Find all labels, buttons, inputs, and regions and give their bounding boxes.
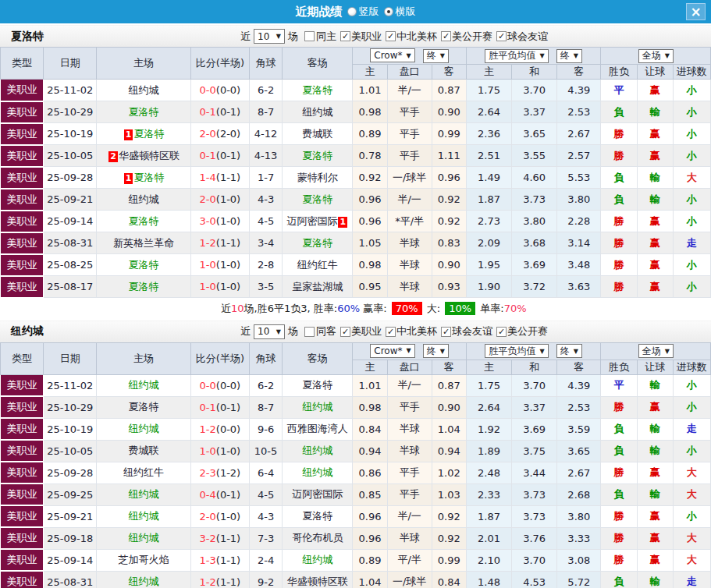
avg-final-select[interactable]: 终▼ [556,49,582,63]
league-checkbox[interactable] [441,327,451,337]
team-section: 纽约城 近 10 ▼ 场 同客 美职业 中北美杯 球会友谊 美公开赛 [0,321,711,588]
col-header-date: 日期 [44,342,97,374]
away-team: 费城联 [302,128,332,140]
league-checkbox[interactable] [340,31,350,41]
odds-company-select[interactable]: Crow*▼ [370,48,414,62]
avg-group-header: 胜平负均值▼ 终▼ [466,48,601,65]
date-cell: 25-09-21 [44,189,97,211]
handicap-result-cell: 輸 [637,374,673,396]
handicap-result-cell: 赢 [637,211,673,232]
odds-home-cell: 0.89 [353,549,387,571]
league-label: 美职业 [351,324,382,338]
odds-final-select[interactable]: 终▼ [423,344,449,358]
match-count-select[interactable]: 10 ▼ [254,324,285,339]
section-header: 夏洛特 近 10 ▼ 场 同主 美职业 中北美杯 美公开赛 球会友谊 [0,25,711,47]
odds-home-cell: 0.96 [353,505,387,527]
match-row: 美职业 25-11-02 纽约城 0-0(0-0) 6-2 夏洛特 1.01 半… [1,80,711,101]
league-filter[interactable]: 美公开赛 [492,324,548,338]
odds-away-cell: 0.87 [432,80,466,101]
league-filters: 美职业 中北美杯 美公开赛 球会友谊 [336,30,548,44]
home-cell: 纽约城 [97,189,190,211]
date-cell: 25-08-31 [44,571,97,588]
radio-horizontal-layout[interactable]: 横版 [384,5,416,19]
sub-header-handicap: 盘口 [387,360,432,374]
date-cell: 25-08-31 [44,232,97,254]
avg-home-cell: 1.87 [466,189,511,211]
league-filter[interactable]: 中北美杯 [382,324,437,338]
league-checkbox[interactable] [386,31,396,41]
result-cell: 勝 [601,549,637,571]
home-cell: 2华盛顿特区联 [97,145,190,167]
handicap-result-cell: 輸 [637,101,673,123]
halftime-score: (1-0) [216,281,240,292]
avg-draw-cell: 4.60 [512,167,557,189]
home-rank-badge: 1 [124,129,133,140]
odds-away-cell: 0.87 [432,374,466,396]
match-row: 美职业 25-09-14 芝加哥火焰 1-3(1-1) 2-4 纽约城 0.89… [1,549,711,571]
league-filter[interactable]: 美职业 [336,30,382,44]
league-cell: 美职业 [1,462,44,484]
league-checkbox[interactable] [386,327,396,337]
league-cell: 美职业 [1,374,44,396]
radio-vertical-layout[interactable]: 竖版 [347,5,379,19]
sub-header-odds-home: 主 [353,65,387,80]
scope-select[interactable]: 全场▼ [638,344,674,358]
halftime-score: (1-0) [216,193,240,205]
scope-select[interactable]: 全场▼ [638,49,674,63]
avg-select-value: 胜平负均值 [489,49,535,62]
home-team: 夏洛特 [129,259,159,271]
avg-final-select[interactable]: 终▼ [556,344,582,358]
avg-select[interactable]: 胜平负均值▼ [485,49,548,63]
result-cell: 勝 [601,254,637,276]
avg-draw-cell: 3.80 [512,211,557,232]
league-cell: 美职业 [1,527,44,549]
away-cell: 迈阿密国际 [283,484,353,505]
away-team: 夏洛特 [302,510,332,522]
goals-result-cell: 小 [673,123,710,145]
away-team: 华盛顿特区联 [287,576,348,587]
match-row: 美职业 25-09-18 纽约城 3-2(1-1) 7-3 哥伦布机员 0.96… [1,527,711,549]
halftime-score: (1-1) [216,172,240,183]
corners-cell: 10-5 [250,440,283,462]
league-label: 中北美杯 [396,324,437,338]
handicap-cell: 半球 [387,232,432,254]
avg-away-cell: 3.59 [557,418,601,440]
match-count-select[interactable]: 10 ▼ [254,29,285,44]
league-checkbox[interactable] [496,327,507,337]
away-team: 纽约城 [302,554,332,565]
league-filter[interactable]: 球会友谊 [437,324,492,338]
away-cell: 纽约城 [283,462,353,484]
avg-draw-cell: 3.73 [512,505,557,527]
fulltime-score: 3-2 [200,533,216,544]
avg-select-value: 胜平负均值 [489,345,535,358]
avg-draw-cell: 3.70 [512,374,557,396]
goals-result-cell: 大 [673,549,710,571]
league-checkbox[interactable] [340,327,350,337]
handicap-cell: 平手 [387,462,432,484]
odds-final-select[interactable]: 终▼ [423,49,449,63]
league-filter[interactable]: 中北美杯 [382,30,437,44]
sub-header-odds-away: 客 [432,65,466,80]
odds-home-cell: 0.98 [353,254,387,276]
league-filter[interactable]: 球会友谊 [492,30,548,44]
halftime-score: (0-0) [216,380,240,391]
home-cell: 纽约城 [97,505,190,527]
col-header-type: 类型 [1,48,44,80]
league-checkbox[interactable] [496,31,507,41]
close-button[interactable]: × [686,3,706,20]
radio-checked-icon [384,7,393,16]
league-filter[interactable]: 美公开赛 [437,30,492,44]
same-venue-checkbox[interactable] [304,31,315,41]
odds-company-value: Crow* [374,50,402,61]
league-filter[interactable]: 美职业 [336,324,382,338]
odds-company-select[interactable]: Crow*▼ [370,344,414,358]
team-name: 纽约城 [11,324,44,338]
avg-home-cell: 1.92 [466,418,511,440]
avg-select[interactable]: 胜平负均值▼ [485,344,548,358]
same-venue-checkbox[interactable] [304,327,315,337]
score-cell: 3-2(1-1) [190,527,249,549]
league-cell: 美职业 [1,167,44,189]
league-checkbox[interactable] [441,31,451,41]
score-cell: 0-1(0-1) [190,145,249,167]
home-cell: 1夏洛特 [97,167,190,189]
